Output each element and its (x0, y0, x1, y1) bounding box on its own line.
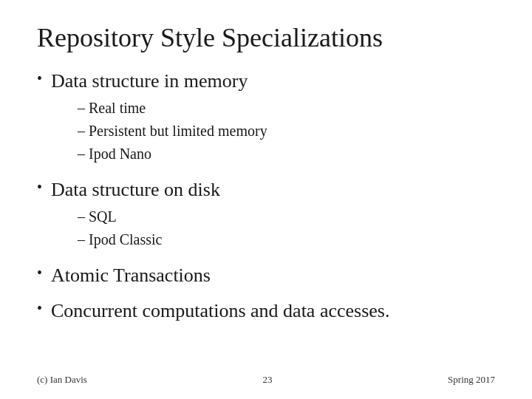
bullet-section-atomic: • Atomic Transactions (37, 263, 495, 291)
bullet-section-memory: • Data structure in memory – Real time –… (37, 69, 495, 170)
bullet-main-memory: • Data structure in memory (37, 69, 495, 94)
bullet-main-concurrent: • Concurrent computations and data acces… (37, 299, 495, 324)
bullet-section-concurrent: • Concurrent computations and data acces… (37, 299, 495, 327)
sub-bullet-realtime: – Real time (78, 97, 495, 120)
bullet-text-concurrent: Concurrent computations and data accesse… (51, 299, 389, 324)
sub-bullet-ipod-nano: – Ipod Nano (78, 143, 495, 166)
bullet-dot-3: • (37, 263, 42, 282)
bullet-dot-1: • (37, 69, 42, 88)
bullet-main-atomic: • Atomic Transactions (37, 263, 495, 288)
footer-page-number: 23 (262, 374, 272, 386)
footer-left: (c) Ian Davis (37, 374, 87, 386)
slide-title: Repository Style Specializations (37, 22, 495, 54)
sub-bullet-sql: – SQL (78, 205, 495, 228)
sub-bullet-ipod-classic: – Ipod Classic (78, 228, 495, 251)
sub-bullet-persistent: – Persistent but limited memory (78, 120, 495, 143)
bullet-text-disk: Data structure on disk (51, 177, 220, 202)
bullet-dot-4: • (37, 299, 42, 318)
sub-bullets-memory: – Real time – Persistent but limited mem… (78, 97, 495, 166)
slide: Repository Style Specializations • Data … (0, 0, 532, 399)
bullet-section-disk: • Data structure on disk – SQL – Ipod Cl… (37, 177, 495, 256)
bullet-dot-2: • (37, 177, 42, 197)
footer-right: Spring 2017 (448, 374, 495, 386)
bullet-text-atomic: Atomic Transactions (51, 263, 211, 288)
bullet-text-memory: Data structure in memory (51, 69, 248, 94)
slide-footer: (c) Ian Davis 23 Spring 2017 (37, 374, 495, 386)
sub-bullets-disk: – SQL – Ipod Classic (78, 205, 495, 251)
bullet-main-disk: • Data structure on disk (37, 177, 495, 202)
